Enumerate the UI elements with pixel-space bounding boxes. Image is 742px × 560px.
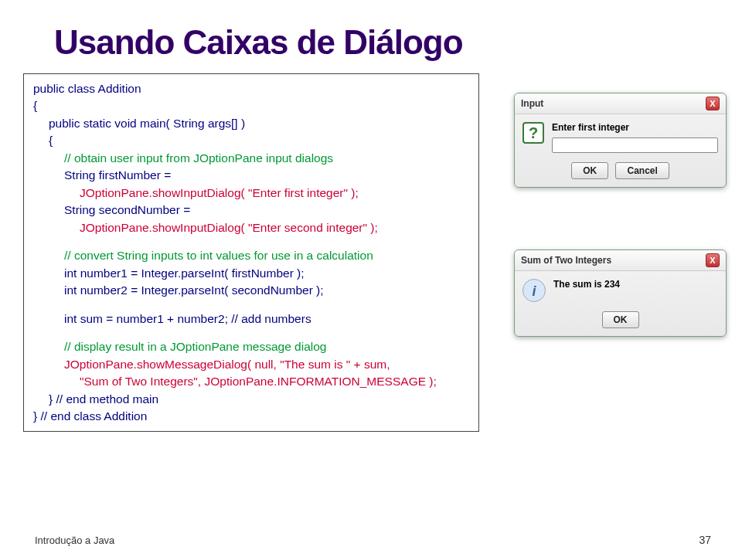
code-line: {: [33, 97, 469, 114]
cancel-button[interactable]: Cancel: [615, 162, 669, 179]
dialog-titlebar: Sum of Two Integers X: [515, 250, 726, 271]
code-line: public class Addition: [33, 80, 469, 97]
code-line: int sum = number1 + number2; // add numb…: [33, 311, 469, 328]
dialog-titlebar: Input X: [515, 93, 726, 114]
message-dialog: Sum of Two Integers X i The sum is 234 O…: [514, 249, 727, 337]
code-line: String firstNumber =: [33, 167, 469, 184]
code-line: } // end class Addition: [33, 408, 469, 425]
dialog-message: The sum is 234: [553, 279, 718, 290]
code-line: int number1 = Integer.parseInt( firstNum…: [33, 265, 469, 282]
code-line: JOptionPane.showInputDialog( "Enter seco…: [33, 219, 469, 236]
slide-title: Usando Caixas de Diálogo: [54, 23, 719, 62]
dialog-title: Sum of Two Integers: [521, 255, 611, 266]
page-number: 37: [699, 534, 711, 546]
input-dialog: Input X ? Enter first integer OK Cancel: [514, 93, 727, 188]
close-icon[interactable]: X: [706, 97, 720, 110]
ok-button[interactable]: OK: [602, 311, 639, 328]
code-comment: // convert String inputs to int values f…: [33, 247, 469, 264]
close-icon[interactable]: X: [706, 253, 720, 267]
code-line: {: [33, 132, 469, 149]
code-line: } // end method main: [33, 391, 469, 408]
code-line: public static void main( String args[] ): [33, 115, 469, 132]
dialog-title: Input: [521, 98, 543, 109]
dialog-text-input[interactable]: [552, 137, 718, 153]
question-icon: ?: [522, 122, 544, 144]
code-block: public class Addition { public static vo…: [23, 73, 479, 432]
code-line: JOptionPane.showMessageDialog( null, "Th…: [33, 356, 469, 373]
info-icon: i: [522, 279, 546, 302]
code-comment: // display result in a JOptionPane messa…: [33, 338, 469, 355]
code-line: int number2 = Integer.parseInt( secondNu…: [33, 282, 469, 299]
code-comment: // obtain user input from JOptionPane in…: [33, 150, 469, 167]
code-line: "Sum of Two Integers", JOptionPane.INFOR…: [33, 373, 469, 390]
ok-button[interactable]: OK: [571, 162, 608, 179]
code-line: JOptionPane.showInputDialog( "Enter firs…: [33, 185, 469, 202]
code-line: String secondNumber =: [33, 202, 469, 219]
footer-text: Introdução a Java: [35, 535, 114, 546]
dialog-prompt: Enter first integer: [552, 122, 718, 133]
